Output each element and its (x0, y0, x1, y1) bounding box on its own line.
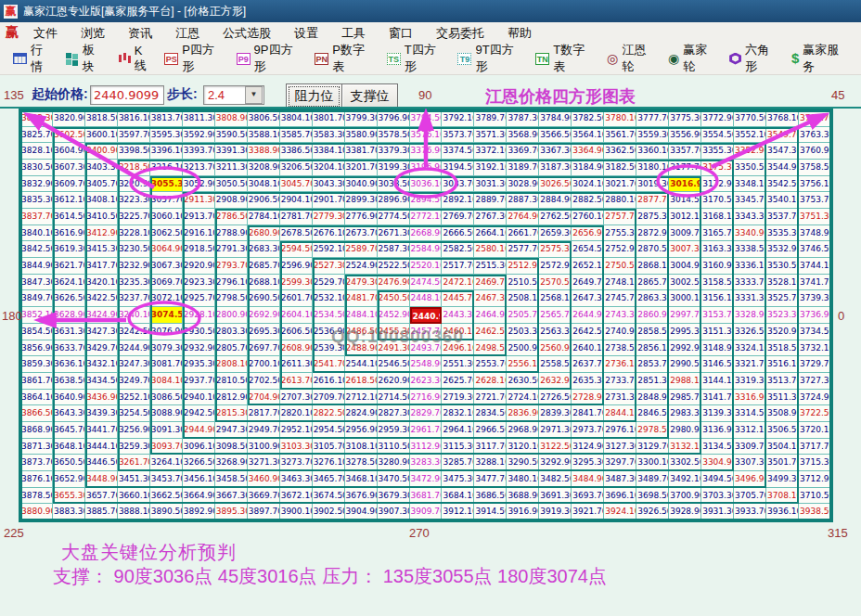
grid-cell: 2608.90 (280, 340, 313, 357)
grid-cell: 3861.70 (20, 373, 53, 390)
grid-cell: 3813.70 (150, 110, 183, 127)
grid-cell: 3060.10 (150, 209, 183, 225)
grid-cell: 3218.50 (118, 160, 150, 176)
grid-cell: 2714.50 (378, 390, 410, 406)
support-button[interactable]: 支撑位 (341, 83, 398, 109)
grid-cell: 2606.50 (280, 324, 313, 340)
toolbar-p-square-button[interactable]: PSP四方形 (164, 42, 225, 75)
grid-cell: 3165.70 (701, 225, 734, 242)
grid-cell: 2560.90 (539, 340, 572, 357)
grid-cell: 2846.50 (636, 405, 669, 422)
menu-item[interactable]: 文件 (28, 25, 63, 41)
menu-item[interactable]: 交易委托 (430, 25, 490, 41)
grid-cell: 3448.90 (85, 471, 118, 488)
start-price-input[interactable] (90, 85, 164, 105)
toolbar-kline-button[interactable]: K线 (117, 44, 155, 74)
grid-cell: 2844.10 (604, 405, 636, 422)
grid-cell: 3792.10 (442, 110, 474, 127)
menu-item[interactable]: 帮助 (502, 25, 537, 41)
menu-item[interactable]: 浏览 (75, 25, 110, 41)
grid-cell: 3127.30 (604, 439, 636, 456)
grid-cell: 2860.90 (636, 307, 669, 324)
grid-cell: 2899.30 (345, 192, 378, 209)
toolbar-t-square-button[interactable]: TST四方形 (387, 42, 448, 75)
grid-cell: 2956.90 (345, 422, 378, 439)
menu-item[interactable]: 公式选股 (217, 25, 276, 41)
grid-cell: 3256.90 (118, 422, 150, 439)
grid-cell: 3064.90 (150, 241, 183, 258)
grid-cell: 3636.10 (53, 356, 85, 373)
grid-cell: 2791.30 (215, 241, 248, 258)
grid-cell: 3012.10 (669, 209, 701, 225)
grid-cell: 3300.10 (636, 455, 669, 471)
step-label: 步长: (167, 86, 198, 103)
grid-cell: 3180.10 (636, 160, 669, 176)
grid-cell: 2762.50 (539, 209, 572, 225)
grid-cell: 3727.30 (799, 373, 831, 390)
grid-cell: 2654.50 (572, 241, 604, 258)
grid-cell: 3163.30 (701, 241, 734, 258)
grid-cell: 2788.90 (215, 225, 248, 242)
resistance-button[interactable]: 阻力位 (286, 83, 342, 109)
grid-cell: 3537.70 (766, 209, 799, 225)
toolbar-winner-wheel-button[interactable]: ◉赢家轮 (668, 42, 719, 75)
grid-cell: 2988.10 (669, 373, 701, 390)
grid-cell: 2529.70 (313, 275, 345, 291)
grid-cell: 3230.50 (118, 241, 150, 258)
grid-cell: 3021.70 (604, 176, 636, 193)
menu-item[interactable]: 工具 (336, 25, 371, 41)
grid-cell: 3168.10 (701, 209, 734, 225)
grid-cell: 2877.70 (636, 192, 669, 209)
grid-cell: 2856.10 (636, 340, 669, 357)
badge-icon: T9 (457, 53, 471, 65)
toolbar-p-table-button[interactable]: PNP数字表 (315, 42, 376, 75)
grid-cell: 3302.50 (669, 455, 701, 471)
grid-cell: 3280.90 (378, 455, 410, 471)
toolbar-hexagon-button[interactable]: 六角形 (729, 42, 781, 75)
grid-cell: 3177.70 (669, 160, 701, 176)
grid-cell: 3729.70 (799, 356, 831, 373)
analysis-levels: 支撑： 90度3036点 45度3016点 压力： 135度3055点 180度… (53, 564, 607, 589)
grid-cell: 3645.70 (53, 422, 85, 439)
toolbar-9t-square-button[interactable]: T99T四方形 (457, 42, 525, 75)
grid-cell: 3312.10 (734, 422, 766, 439)
toolbar-t-table-button[interactable]: TNT数字表 (535, 42, 597, 75)
grid-cell: 2474.50 (410, 275, 443, 291)
grid-cell: 3122.50 (539, 439, 572, 456)
badge-icon: TN (535, 53, 549, 65)
grid-cell: 2611.30 (280, 356, 313, 373)
grid-cell: 2961.70 (410, 422, 443, 439)
grid-cell: 2570.50 (539, 275, 572, 291)
menu-item[interactable]: 资讯 (122, 25, 158, 41)
grid-cell: 3326.50 (734, 324, 766, 340)
grid-cell: 2812.90 (215, 390, 248, 406)
toolbar-gann-wheel-button[interactable]: ◎江恩轮 (607, 42, 658, 75)
menu-item[interactable]: 窗口 (383, 25, 418, 41)
grid-cell: 2827.30 (378, 405, 410, 422)
toolbar-sectors-button[interactable]: 板块 (65, 42, 107, 75)
grid-cell: 3333.70 (734, 275, 766, 291)
toolbar-winner-service-button[interactable]: $赢家服务 (791, 42, 851, 75)
grid-cell: 3926.50 (636, 504, 669, 520)
grid-cell: 2472.10 (442, 275, 474, 291)
grid-cell: 3700.90 (669, 488, 701, 505)
menu-item[interactable]: 设置 (289, 25, 324, 41)
grid-cell: 3914.50 (474, 504, 507, 520)
grid-cell: 3268.90 (215, 455, 248, 471)
chevron-down-icon[interactable]: ▼ (245, 86, 263, 104)
grid-cell: 3328.90 (734, 307, 766, 324)
grid-cell: 2904.10 (280, 192, 313, 209)
step-select[interactable]: 2.4 ▼ (203, 85, 264, 105)
grid-cell: 2632.90 (539, 373, 572, 390)
toolbar-label: K线 (135, 44, 155, 74)
menu-item[interactable]: 江恩 (170, 25, 205, 41)
toolbar: 行情板块K线PSP四方形P99P四方形PNP数字表TST四方形T99T四方形TN… (0, 43, 861, 75)
grid-cell: 3098.50 (215, 439, 248, 456)
grid-cell: 2628.10 (474, 373, 507, 390)
toolbar-9p-square-button[interactable]: P99P四方形 (237, 42, 305, 75)
grid-cell: 2500.90 (507, 340, 539, 357)
gann-price-square-grid: 3823.303820.903818.503816.103813.703811.… (19, 109, 833, 522)
grid-cell: 2455.30 (378, 324, 410, 340)
toolbar-quotes-button[interactable]: 行情 (13, 42, 55, 75)
start-price-label: 起始价格: (32, 86, 88, 103)
